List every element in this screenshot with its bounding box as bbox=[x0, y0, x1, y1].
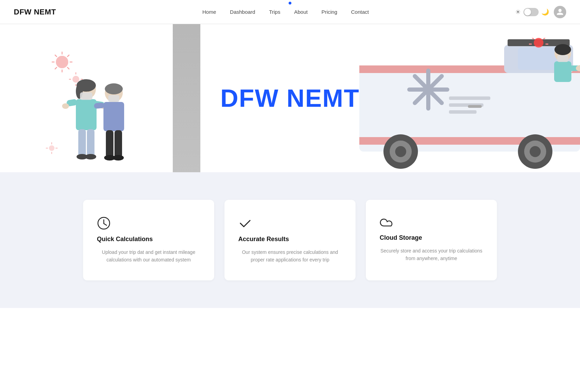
toggle-track[interactable] bbox=[523, 8, 539, 16]
svg-point-69 bbox=[395, 146, 406, 157]
cloud-icon bbox=[380, 216, 395, 229]
nav-trips[interactable]: Trips bbox=[269, 9, 280, 15]
svg-point-72 bbox=[530, 146, 541, 157]
svg-line-51 bbox=[532, 38, 534, 39]
svg-point-33 bbox=[105, 83, 123, 94]
feature-desc-accurate: Our system ensures precise calculations … bbox=[238, 248, 342, 264]
svg-line-6 bbox=[67, 67, 69, 69]
svg-rect-73 bbox=[468, 105, 482, 108]
nav-pricing[interactable]: Pricing bbox=[321, 9, 337, 15]
user-avatar[interactable] bbox=[554, 6, 566, 18]
moon-icon: 🌙 bbox=[541, 8, 549, 16]
nav-about[interactable]: About bbox=[294, 9, 308, 15]
svg-point-25 bbox=[62, 103, 69, 109]
svg-point-14 bbox=[49, 145, 54, 151]
svg-point-47 bbox=[534, 38, 543, 48]
hero-title: DFW NEMT bbox=[220, 84, 360, 112]
nav-home[interactable]: Home bbox=[202, 9, 216, 15]
hero-section: DFW NEMT bbox=[0, 24, 580, 172]
feature-card-quick-calc: Quick Calculations Upload your trip dat … bbox=[83, 200, 214, 280]
brand-logo[interactable]: DFW NEMT bbox=[14, 8, 56, 17]
feature-desc-cloud: Securely store and access your trip calc… bbox=[380, 247, 483, 262]
check-icon bbox=[238, 216, 252, 230]
svg-point-0 bbox=[56, 56, 68, 68]
nav-dashboard[interactable]: Dashboard bbox=[230, 9, 255, 15]
features-grid: Quick Calculations Upload your trip dat … bbox=[83, 200, 497, 280]
svg-rect-27 bbox=[78, 129, 86, 157]
door-pillar bbox=[173, 24, 200, 172]
svg-line-49 bbox=[543, 38, 546, 39]
svg-rect-60 bbox=[449, 110, 477, 114]
hero-illustration-right bbox=[359, 38, 573, 172]
svg-rect-41 bbox=[108, 95, 119, 102]
svg-point-9 bbox=[72, 76, 79, 83]
svg-point-30 bbox=[85, 154, 96, 159]
svg-line-7 bbox=[55, 67, 57, 69]
feature-title-accurate: Accurate Results bbox=[238, 236, 289, 243]
feature-title-cloud: Cloud Storage bbox=[380, 234, 422, 241]
svg-point-40 bbox=[113, 155, 124, 161]
svg-rect-63 bbox=[554, 61, 571, 82]
feature-card-cloud: Cloud Storage Securely store and access … bbox=[366, 200, 497, 280]
svg-rect-28 bbox=[87, 129, 94, 157]
scroll-indicator bbox=[289, 2, 291, 4]
navbar-right: ☀ 🌙 bbox=[515, 6, 566, 18]
feature-title-quick-calc: Quick Calculations bbox=[97, 236, 153, 243]
svg-point-62 bbox=[554, 44, 571, 55]
toggle-thumb bbox=[524, 9, 531, 16]
theme-toggle[interactable]: ☀ 🌙 bbox=[515, 8, 549, 16]
svg-rect-31 bbox=[80, 92, 92, 100]
svg-rect-38 bbox=[114, 130, 122, 158]
svg-rect-66 bbox=[557, 55, 568, 62]
svg-rect-37 bbox=[106, 130, 113, 158]
nav-contact[interactable]: Contact bbox=[351, 9, 369, 15]
nav-links: Home Dashboard Trips About Pricing Conta… bbox=[202, 9, 369, 15]
hero-illustration-left bbox=[41, 34, 159, 172]
svg-line-8 bbox=[67, 55, 69, 57]
svg-rect-22 bbox=[76, 99, 97, 130]
svg-line-5 bbox=[55, 55, 57, 57]
svg-rect-58 bbox=[449, 96, 490, 100]
sun-icon: ☀ bbox=[515, 8, 521, 16]
user-icon bbox=[556, 8, 564, 16]
clock-icon bbox=[97, 216, 111, 230]
features-section: Quick Calculations Upload your trip dat … bbox=[0, 172, 580, 308]
svg-line-76 bbox=[104, 224, 107, 225]
feature-desc-quick-calc: Upload your trip dat and get instant mil… bbox=[97, 248, 200, 264]
feature-card-accurate: Accurate Results Our system ensures prec… bbox=[224, 200, 356, 280]
